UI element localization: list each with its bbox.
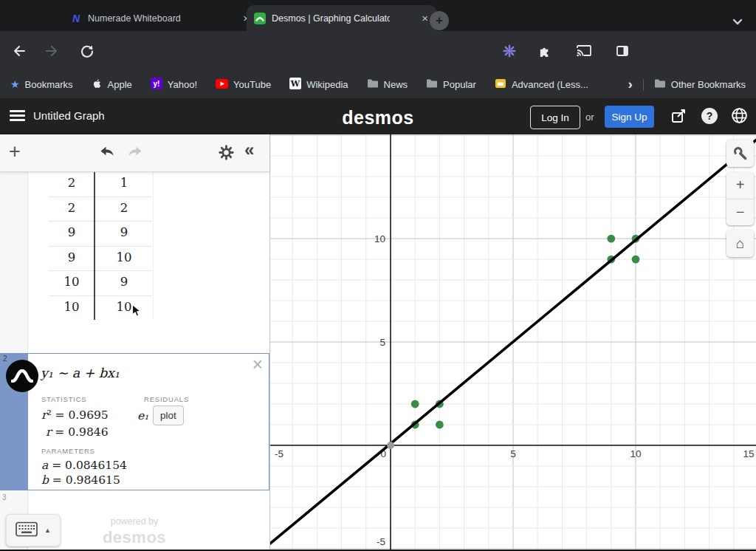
bookmark-label: Yahoo! — [168, 79, 197, 90]
parameter-b-value: b = 0.984615 — [41, 473, 120, 487]
powered-by-brand: desmos — [68, 528, 201, 547]
x-axis-tick-label: -5 — [275, 448, 284, 459]
extension-starburst-icon[interactable] — [501, 42, 518, 60]
graph-settings-wrench-button[interactable] — [726, 140, 754, 167]
regression-formula[interactable]: y₁ ~ a + bx₁ — [41, 366, 120, 380]
table-column-edge — [153, 171, 154, 320]
x-axis-tick-label: 15 — [743, 448, 754, 459]
yahoo-icon: y! — [151, 78, 162, 92]
table-expression[interactable]: 2122999101091010 — [27, 171, 249, 320]
undo-icon[interactable] — [99, 145, 117, 160]
row-divider — [49, 270, 152, 271]
table-cell-x[interactable]: 2 — [38, 176, 105, 190]
bookmark-yahoo-[interactable]: y!Yahoo! — [151, 78, 197, 92]
data-point[interactable] — [411, 400, 419, 408]
extensions-puzzle-icon[interactable] — [536, 42, 554, 60]
table-row[interactable]: 22 — [27, 196, 249, 222]
bookmark-label: News — [384, 79, 408, 90]
data-point[interactable] — [436, 421, 444, 429]
statistics-label: STATISTICS — [41, 395, 86, 403]
mouse-cursor — [131, 304, 142, 321]
svg-text:W: W — [290, 79, 300, 89]
folder-icon — [367, 78, 379, 91]
tab-numerade[interactable]: N Numerade Whiteboard × — [63, 5, 258, 31]
x-axis-tick-label: 10 — [630, 448, 641, 459]
y-axis-tick-label: 10 — [374, 233, 385, 244]
yellow-folder-icon — [495, 78, 506, 91]
default-zoom-home-button[interactable]: ⌂ — [726, 230, 754, 257]
other-bookmarks-button[interactable]: Other Bookmarks — [654, 78, 746, 91]
bookmark-advanced-less-[interactable]: Advanced (Less... — [495, 78, 588, 91]
back-button[interactable] — [10, 42, 28, 60]
chevron-down-icon[interactable] — [732, 15, 743, 28]
youtube-icon — [216, 79, 228, 91]
origin-intercept-point[interactable] — [387, 442, 394, 449]
help-button[interactable]: ? — [701, 108, 718, 124]
data-point[interactable] — [607, 235, 615, 243]
apple-icon — [92, 78, 103, 92]
collapse-panel-icon[interactable]: « — [244, 140, 254, 160]
expression-index: 2 — [3, 355, 7, 363]
table-cell-y[interactable]: 10 — [105, 250, 143, 264]
keyboard-icon — [16, 521, 38, 540]
folder-icon — [654, 78, 666, 91]
share-graph-icon[interactable] — [670, 108, 688, 127]
next-expression-index: 3 — [2, 493, 7, 502]
language-globe-icon[interactable] — [730, 106, 749, 128]
desmos-favicon-icon — [254, 13, 266, 24]
table-cell-y[interactable]: 9 — [105, 225, 143, 239]
redo-icon[interactable] — [126, 145, 143, 160]
row-divider — [49, 221, 152, 222]
graph-settings-gear-icon[interactable] — [219, 145, 234, 163]
table-column-divider — [94, 171, 95, 320]
table-cell-y[interactable]: 2 — [105, 201, 143, 215]
desmos-browser-window: N Numerade Whiteboard × Desmos | Graphin… — [0, 0, 756, 551]
table-cell-x[interactable]: 9 — [38, 225, 105, 239]
data-point[interactable] — [632, 256, 640, 264]
bookmark-bookmarks[interactable]: ★Bookmarks — [10, 79, 73, 90]
bookmark-news[interactable]: News — [367, 78, 408, 91]
table-row[interactable]: 99 — [27, 221, 249, 246]
keyboard-toggle-button[interactable]: ▲ — [6, 514, 61, 547]
add-expression-button[interactable]: + — [9, 140, 21, 163]
reload-button[interactable] — [78, 42, 96, 60]
login-button[interactable]: Log In — [530, 106, 580, 129]
numerade-logo-icon — [6, 360, 38, 392]
bookmark-wikipedia[interactable]: WWikipedia — [289, 78, 348, 92]
table-row[interactable]: 910 — [27, 246, 249, 271]
plot-residuals-button[interactable]: plot — [153, 405, 184, 425]
bookmark-popular[interactable]: Popular — [426, 78, 476, 91]
regression-expression[interactable]: 2 y₁ ~ a + bx₁ × STATISTICS r² = 0.9695 … — [0, 353, 269, 490]
table-cell-y[interactable]: 1 — [105, 176, 143, 190]
folder-icon — [426, 78, 438, 91]
new-tab-button[interactable]: + — [430, 11, 449, 30]
cast-icon[interactable] — [575, 42, 593, 60]
bookmark-apple[interactable]: Apple — [92, 78, 132, 92]
zoom-in-button[interactable]: + — [726, 172, 754, 199]
keyboard-expand-arrow-icon: ▲ — [44, 527, 51, 534]
zoom-out-button[interactable]: − — [726, 199, 754, 226]
table-cell-x[interactable]: 2 — [38, 201, 105, 215]
table-row[interactable]: 21 — [27, 171, 249, 196]
table-row[interactable]: 109 — [27, 270, 249, 295]
table-cell-y[interactable]: 9 — [105, 275, 143, 289]
table-cell-x[interactable]: 10 — [38, 300, 105, 314]
forward-button[interactable] — [43, 42, 61, 60]
bookmarks-overflow-chevron-icon[interactable]: › — [628, 77, 633, 91]
tab-desmos[interactable]: Desmos | Graphing Calculato × — [247, 5, 437, 31]
side-panel-icon[interactable] — [614, 42, 631, 60]
table-cell-x[interactable]: 10 — [38, 275, 105, 289]
close-icon[interactable]: × — [252, 355, 263, 374]
row-divider — [49, 246, 152, 247]
graph-paper[interactable]: -5051015105-5 + − ⌂ — [270, 134, 756, 551]
tab-strip: N Numerade Whiteboard × Desmos | Graphin… — [0, 0, 756, 31]
r-squared-value: r² = 0.9695 — [41, 408, 109, 422]
bookmark-youtube[interactable]: YouTube — [216, 79, 271, 91]
table-cell-x[interactable]: 9 — [38, 250, 105, 264]
bookmark-label: YouTube — [233, 79, 271, 90]
numerade-favicon-icon: N — [70, 13, 82, 24]
graph-canvas[interactable]: -5051015105-5 — [270, 134, 756, 551]
close-tab-icon[interactable]: × — [420, 13, 430, 24]
signup-button[interactable]: Sign Up — [605, 106, 654, 128]
star-icon: ★ — [10, 79, 20, 90]
